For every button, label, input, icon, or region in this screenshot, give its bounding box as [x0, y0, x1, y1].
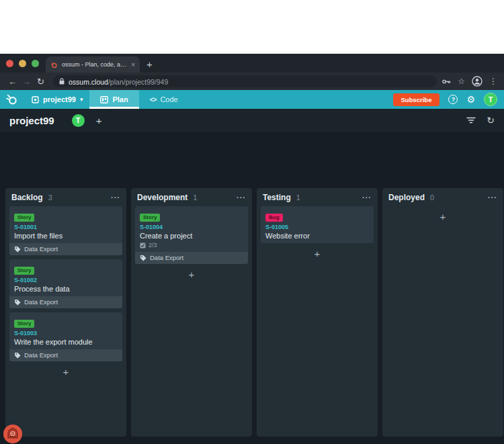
- card-id: S-01003: [14, 330, 118, 337]
- user-avatar[interactable]: T: [484, 93, 497, 106]
- project-selector-label: project99: [43, 95, 76, 103]
- minimize-window-button[interactable]: [19, 60, 26, 67]
- add-member-button[interactable]: +: [96, 115, 102, 126]
- column-count: 1: [193, 193, 197, 202]
- card[interactable]: StoryS-01002Process the dataData Export: [9, 259, 122, 308]
- forward-icon[interactable]: →: [19, 77, 34, 87]
- tab-close-icon[interactable]: ×: [131, 61, 135, 69]
- card[interactable]: BugS-01005Website error: [261, 206, 374, 243]
- card-type-badge: Story: [14, 267, 34, 275]
- back-icon[interactable]: ←: [5, 77, 19, 87]
- column-header: Development1···: [131, 188, 252, 206]
- favicon-ossum-icon: [50, 61, 58, 69]
- card-id: S-01002: [14, 277, 118, 283]
- kanban-board: Backlog3···StoryS-01001Import the filesD…: [0, 185, 504, 444]
- card-tag-label: Data Export: [150, 254, 183, 261]
- board-column-backlog: Backlog3···StoryS-01001Import the filesD…: [5, 188, 126, 437]
- url-text: ossum.cloud/plan/project99/949: [69, 75, 168, 87]
- card-tag-label: Data Export: [24, 351, 58, 359]
- lock-icon: [59, 78, 65, 85]
- chat-widget-button[interactable]: [3, 424, 23, 444]
- url-domain: ossum.cloud: [69, 78, 108, 86]
- card-id: S-01001: [14, 224, 118, 230]
- chevron-down-icon: ▾: [80, 96, 83, 103]
- board-titlebar: project99 T + ↻: [0, 109, 504, 132]
- window-controls: [0, 60, 46, 73]
- card-body: StoryS-01004Create a project2/3: [135, 206, 248, 252]
- card[interactable]: StoryS-01003Write the export moduleData …: [9, 312, 122, 361]
- column-menu-button[interactable]: ···: [488, 195, 497, 200]
- ossum-logo[interactable]: [0, 90, 25, 109]
- reload-icon[interactable]: ↻: [34, 77, 48, 87]
- card-type-badge: Story: [140, 214, 160, 222]
- tab-code[interactable]: <> Code: [139, 90, 189, 109]
- card-checklist: 2/3: [140, 242, 243, 249]
- add-card-button[interactable]: +: [382, 211, 503, 222]
- board-column-deployed: Deployed0···+: [382, 188, 503, 437]
- card-type-badge: Bug: [265, 214, 283, 222]
- add-card-button[interactable]: +: [131, 269, 252, 280]
- column-header: Deployed0···: [382, 188, 503, 206]
- tab-code-label: Code: [160, 95, 177, 103]
- navbar-spacer: [189, 90, 393, 109]
- bookmark-star-icon[interactable]: ☆: [458, 77, 465, 86]
- browser-tabstrip: ossum - Plan, code, and laun × +: [0, 54, 504, 73]
- browser-window: ossum - Plan, code, and laun × + ← → ↻ o…: [0, 54, 504, 444]
- member-avatar[interactable]: T: [72, 114, 85, 127]
- column-count: 0: [430, 193, 434, 202]
- screenshot: ossum - Plan, code, and laun × + ← → ↻ o…: [0, 0, 504, 444]
- card-tag: Data Export: [9, 296, 122, 308]
- card-body: BugS-01005Website error: [261, 206, 374, 243]
- gear-icon[interactable]: ⚙: [466, 94, 475, 105]
- tab-plan[interactable]: Plan: [89, 90, 138, 109]
- column-title: Development: [137, 193, 187, 202]
- password-key-icon[interactable]: [442, 79, 451, 85]
- column-menu-button[interactable]: ···: [237, 195, 246, 200]
- column-title: Testing: [263, 193, 291, 202]
- help-icon[interactable]: ?: [448, 95, 458, 104]
- browser-profile-icon[interactable]: [472, 76, 482, 87]
- browser-toolbar: ← → ↻ ossum.cloud/plan/project99/949 ☆: [0, 73, 504, 90]
- plan-board-icon: [100, 96, 108, 103]
- column-menu-button[interactable]: ···: [362, 195, 372, 200]
- add-card-button[interactable]: +: [5, 366, 126, 378]
- tag-icon: [14, 246, 21, 253]
- column-count: 3: [48, 193, 52, 202]
- card[interactable]: StoryS-01004Create a project2/3Data Expo…: [135, 206, 248, 264]
- column-header: Testing1···: [257, 188, 378, 206]
- card-tag: Data Export: [9, 243, 122, 255]
- app-navbar: project99 ▾ Plan <> Code Subscribe ? ⚙: [0, 90, 504, 109]
- card-body: StoryS-01002Process the data: [9, 259, 122, 296]
- card-body: StoryS-01001Import the files: [9, 206, 122, 243]
- card-title: Import the files: [14, 232, 118, 240]
- close-window-button[interactable]: [6, 60, 13, 67]
- new-tab-button[interactable]: +: [146, 58, 153, 70]
- address-bar[interactable]: ossum.cloud/plan/project99/949: [53, 75, 437, 87]
- card-tag-label: Data Export: [24, 245, 58, 253]
- tab-title: ossum - Plan, code, and laun: [62, 61, 127, 68]
- ossum-logo-icon: [5, 93, 19, 106]
- code-brackets-icon: <>: [150, 96, 157, 103]
- subscribe-button[interactable]: Subscribe: [393, 93, 440, 106]
- filter-icon[interactable]: [466, 117, 476, 124]
- url-path: /plan/project99/949: [108, 78, 168, 86]
- column-header: Backlog3···: [5, 188, 126, 206]
- column-menu-button[interactable]: ···: [111, 195, 120, 200]
- card[interactable]: StoryS-01001Import the filesData Export: [9, 206, 122, 255]
- project-selector-dropdown[interactable]: project99 ▾: [25, 90, 89, 109]
- card-tag: Data Export: [9, 349, 122, 361]
- column-title: Backlog: [11, 193, 43, 202]
- browser-tab[interactable]: ossum - Plan, code, and laun ×: [46, 56, 140, 73]
- column-count: 1: [296, 193, 300, 202]
- card-type-badge: Story: [14, 214, 34, 222]
- browser-menu-icon[interactable]: ⋮: [489, 77, 497, 86]
- add-card-button[interactable]: +: [257, 248, 378, 259]
- zoom-window-button[interactable]: [32, 60, 39, 67]
- board-column-testing: Testing1···BugS-01005Website error+: [257, 188, 378, 437]
- checkbox-icon: [140, 242, 146, 249]
- card-title: Create a project: [140, 232, 243, 240]
- tag-icon: [14, 352, 21, 359]
- page-title: project99: [9, 115, 54, 126]
- card-title: Website error: [265, 232, 369, 240]
- refresh-icon[interactable]: ↻: [487, 115, 495, 126]
